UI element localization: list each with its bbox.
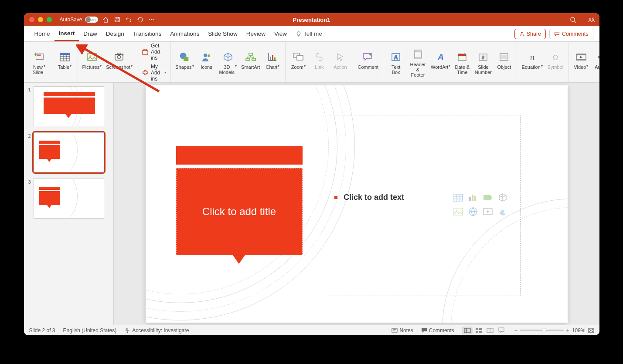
reading-view-button[interactable] xyxy=(485,327,495,334)
new-slide-button[interactable]: New Slide▾ xyxy=(31,49,48,75)
tell-me-search[interactable]: Tell me xyxy=(291,30,327,37)
header-footer-button[interactable]: Header & Footer xyxy=(409,47,427,78)
icons-icon xyxy=(201,52,212,62)
autosave-label: AutoSave xyxy=(60,17,82,23)
svg-rect-42 xyxy=(415,57,422,59)
tab-animations[interactable]: Animations xyxy=(166,26,204,41)
wordart-icon: A xyxy=(435,52,446,62)
save-icon[interactable] xyxy=(114,16,121,23)
tab-view[interactable]: View xyxy=(270,26,291,41)
text-box-button[interactable]: A Text Box xyxy=(388,49,404,75)
screenshot-icon xyxy=(114,52,125,62)
notes-button[interactable]: Notes xyxy=(392,327,413,334)
svg-rect-65 xyxy=(454,208,463,215)
svg-point-6 xyxy=(153,19,153,20)
svg-rect-34 xyxy=(274,57,276,60)
video-button[interactable]: Video▾ xyxy=(573,49,589,75)
title-placeholder[interactable]: Click to add title xyxy=(176,146,303,264)
3d-models-button[interactable]: 3D Models▾ xyxy=(219,49,237,75)
insert-stock-icon[interactable] xyxy=(497,206,509,217)
equation-icon: π xyxy=(527,52,538,62)
smartart-button[interactable]: SmartArt xyxy=(241,49,260,75)
symbol-button: Ω Symbol xyxy=(547,49,564,75)
slide-counter[interactable]: Slide 2 of 3 xyxy=(29,327,55,334)
accessibility-check[interactable]: Accessibility: Investigate xyxy=(124,327,189,334)
svg-point-5 xyxy=(150,19,151,20)
comments-pane-button[interactable]: Comments xyxy=(421,327,454,334)
svg-point-9 xyxy=(589,18,591,20)
maximize-window-button[interactable] xyxy=(47,17,52,22)
fit-to-window-button[interactable] xyxy=(588,328,594,333)
thumbnail-3[interactable]: 3 xyxy=(27,179,111,219)
search-icon[interactable] xyxy=(570,16,577,23)
autosave-toggle[interactable]: AutoSave OFF xyxy=(60,17,98,23)
tab-draw[interactable]: Draw xyxy=(79,26,102,41)
insert-picture-icon[interactable] xyxy=(452,206,464,217)
insert-chart-icon[interactable] xyxy=(467,192,479,203)
svg-point-10 xyxy=(592,18,594,20)
redo-icon[interactable] xyxy=(136,16,143,23)
zoom-level[interactable]: 109% xyxy=(572,327,586,334)
close-window-button[interactable] xyxy=(29,17,34,22)
comment-button[interactable]: Comment xyxy=(357,49,378,75)
pictures-button[interactable]: Pictures▾ xyxy=(82,49,102,75)
svg-rect-33 xyxy=(272,55,273,60)
slide-number-button[interactable]: # Slide Number xyxy=(475,49,491,75)
calendar-icon xyxy=(457,52,467,62)
content-placeholder[interactable]: Click to add text xyxy=(329,115,521,296)
insert-3d-icon[interactable] xyxy=(497,192,509,203)
link-icon xyxy=(314,53,324,61)
shapes-button[interactable]: Shapes▾ xyxy=(175,49,194,75)
comments-button[interactable]: Comments xyxy=(549,29,593,39)
slideshow-view-button[interactable] xyxy=(496,327,507,334)
insert-smartart-icon[interactable] xyxy=(482,192,494,203)
ribbon-insert: New Slide▾ Table▾ Pictures▾ Screenshot▾ xyxy=(24,42,599,83)
zoom-out-button[interactable]: − xyxy=(514,327,517,334)
get-addins-button[interactable]: Get Add-ins xyxy=(142,43,166,61)
undo-icon[interactable] xyxy=(125,16,132,23)
normal-view-button[interactable] xyxy=(462,327,473,334)
thumbnail-1[interactable]: 1 xyxy=(27,86,111,126)
table-button[interactable]: Table▾ xyxy=(57,49,73,75)
tab-slideshow[interactable]: Slide Show xyxy=(204,26,242,41)
insert-video-icon[interactable] xyxy=(482,206,494,217)
autosave-switch-off[interactable]: OFF xyxy=(85,17,98,23)
slide-canvas[interactable]: Click to add title Click to add text xyxy=(146,85,568,323)
equation-button[interactable]: π Equation▾ xyxy=(521,49,542,75)
screenshot-button[interactable]: Screenshot▾ xyxy=(106,49,133,75)
object-button[interactable]: Object xyxy=(496,49,512,75)
home-icon[interactable] xyxy=(102,16,109,23)
more-icon[interactable] xyxy=(148,16,155,23)
my-addins-button[interactable]: My Add-ins▾ xyxy=(142,64,166,82)
view-buttons xyxy=(462,327,507,334)
icons-button[interactable]: Icons xyxy=(198,49,215,75)
tab-insert[interactable]: Insert xyxy=(54,26,79,41)
addins-store-icon xyxy=(142,48,149,55)
insert-table-icon[interactable] xyxy=(452,192,464,203)
zoom-in-button[interactable]: + xyxy=(566,327,569,334)
insert-online-picture-icon[interactable] xyxy=(467,206,479,217)
audio-button[interactable]: Audio▾ xyxy=(594,49,599,75)
svg-rect-82 xyxy=(589,328,594,333)
language-indicator[interactable]: English (United States) xyxy=(63,327,117,334)
wordart-button[interactable]: A WordArt▾ xyxy=(432,49,450,75)
tab-transitions[interactable]: Transitions xyxy=(129,26,166,41)
svg-rect-75 xyxy=(476,328,478,330)
tab-review[interactable]: Review xyxy=(242,26,270,41)
thumbnail-2[interactable]: 2 xyxy=(27,132,111,172)
chart-button[interactable]: Chart▾ xyxy=(264,49,281,75)
tab-design[interactable]: Design xyxy=(102,26,129,41)
svg-rect-12 xyxy=(37,54,41,55)
slide-canvas-area[interactable]: Click to add title Click to add text xyxy=(114,83,599,325)
date-time-button[interactable]: Date & Time xyxy=(454,49,470,75)
svg-rect-32 xyxy=(270,57,271,60)
minimize-window-button[interactable] xyxy=(38,17,43,22)
sorter-view-button[interactable] xyxy=(473,327,484,334)
svg-point-69 xyxy=(127,328,129,330)
share-button[interactable]: Share xyxy=(514,29,546,39)
tab-home[interactable]: Home xyxy=(30,26,54,41)
zoom-button[interactable]: Zoom▾ xyxy=(290,49,306,75)
notes-icon xyxy=(392,328,398,333)
zoom-slider[interactable] xyxy=(520,330,564,331)
share-menu-icon[interactable] xyxy=(588,16,595,23)
